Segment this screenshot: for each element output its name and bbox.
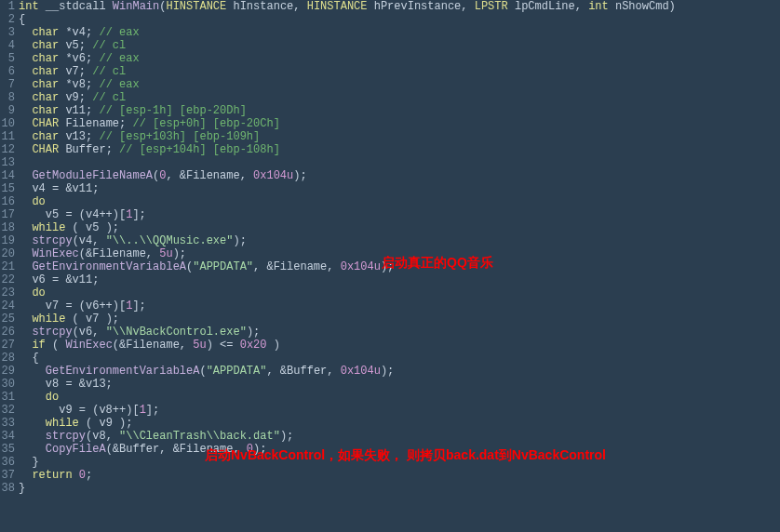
line-number: 30 bbox=[0, 378, 15, 391]
line-number: 12 bbox=[0, 143, 15, 156]
code-line: if ( WinExec(&Filename, 5u) <= 0x20 ) bbox=[19, 339, 780, 352]
line-number: 2 bbox=[0, 13, 15, 26]
code-line: do bbox=[19, 286, 780, 299]
code-line: strcpy(v8, "\\CleanTrash\\back.dat"); bbox=[19, 430, 780, 443]
line-number: 4 bbox=[0, 39, 15, 52]
line-number: 15 bbox=[0, 182, 15, 195]
code-line: GetEnvironmentVariableA("APPDATA", &Buff… bbox=[19, 365, 780, 378]
code-line: char *v4; // eax bbox=[19, 26, 780, 39]
line-number: 27 bbox=[0, 339, 15, 352]
line-number: 11 bbox=[0, 130, 15, 143]
code-line: CHAR Filename; // [esp+0h] [ebp-20Ch] bbox=[19, 117, 780, 130]
line-number: 5 bbox=[0, 52, 15, 65]
code-line: return 0; bbox=[19, 469, 780, 482]
line-number: 14 bbox=[0, 169, 15, 182]
line-number: 6 bbox=[0, 65, 15, 78]
line-number: 37 bbox=[0, 469, 15, 482]
line-number: 17 bbox=[0, 208, 15, 221]
line-number: 25 bbox=[0, 313, 15, 326]
line-number: 34 bbox=[0, 430, 15, 443]
line-number: 36 bbox=[0, 456, 15, 469]
code-line: char *v8; // eax bbox=[19, 78, 780, 91]
line-number: 21 bbox=[0, 260, 15, 273]
code-line: while ( v5 ); bbox=[19, 221, 780, 234]
code-line: } bbox=[19, 482, 780, 495]
code-line: { bbox=[19, 352, 780, 365]
code-line: char v11; // [esp-1h] [ebp-20Dh] bbox=[19, 104, 780, 117]
code-line: char v5; // cl bbox=[19, 39, 780, 52]
line-number: 32 bbox=[0, 404, 15, 417]
code-content[interactable]: int __stdcall WinMain(HINSTANCE hInstanc… bbox=[19, 0, 780, 495]
code-line: v6 = &v11; bbox=[19, 273, 780, 286]
annotation-0: 启动真正的QQ音乐 bbox=[382, 256, 493, 269]
line-number: 38 bbox=[0, 482, 15, 495]
line-number: 23 bbox=[0, 286, 15, 299]
line-number: 28 bbox=[0, 352, 15, 365]
code-line: char v9; // cl bbox=[19, 91, 780, 104]
code-line: while ( v7 ); bbox=[19, 313, 780, 326]
code-line: do bbox=[19, 195, 780, 208]
line-number: 33 bbox=[0, 417, 15, 430]
code-line: CHAR Buffer; // [esp+104h] [ebp-108h] bbox=[19, 143, 780, 156]
line-number: 8 bbox=[0, 91, 15, 104]
code-line: GetModuleFileNameA(0, &Filename, 0x104u)… bbox=[19, 169, 780, 182]
code-line: { bbox=[19, 13, 780, 26]
annotation-1: 启动NvBackControl，如果失败， 则拷贝back.dat到NvBack… bbox=[205, 448, 606, 461]
line-number: 20 bbox=[0, 247, 15, 260]
line-number: 1 bbox=[0, 0, 15, 13]
line-number: 24 bbox=[0, 299, 15, 313]
line-number: 9 bbox=[0, 104, 15, 117]
line-number: 35 bbox=[0, 443, 15, 456]
line-number: 13 bbox=[0, 156, 15, 169]
line-number-gutter: 1234567891011121314151617181920212223242… bbox=[0, 0, 19, 495]
code-line: while ( v9 ); bbox=[19, 417, 780, 430]
code-line: do bbox=[19, 391, 780, 404]
code-line: int __stdcall WinMain(HINSTANCE hInstanc… bbox=[19, 0, 780, 13]
line-number: 31 bbox=[0, 391, 15, 404]
code-line: v8 = &v13; bbox=[19, 378, 780, 391]
line-number: 3 bbox=[0, 26, 15, 39]
line-number: 7 bbox=[0, 78, 15, 91]
line-number: 26 bbox=[0, 326, 15, 339]
line-number: 29 bbox=[0, 365, 15, 378]
line-number: 22 bbox=[0, 273, 15, 286]
code-line: v9 = (v8++)[1]; bbox=[19, 404, 780, 417]
code-line: v5 = (v4++)[1]; bbox=[19, 208, 780, 221]
code-line: strcpy(v4, "\\..\\QQMusic.exe"); bbox=[19, 234, 780, 247]
code-line bbox=[19, 156, 780, 169]
line-number: 18 bbox=[0, 221, 15, 234]
line-number: 19 bbox=[0, 234, 15, 247]
code-line: char *v6; // eax bbox=[19, 52, 780, 65]
code-editor: 1234567891011121314151617181920212223242… bbox=[0, 0, 780, 495]
code-line: char v13; // [esp+103h] [ebp-109h] bbox=[19, 130, 780, 143]
code-line: char v7; // cl bbox=[19, 65, 780, 78]
code-line: strcpy(v6, "\\NvBackControl.exe"); bbox=[19, 326, 780, 339]
line-number: 10 bbox=[0, 117, 15, 130]
code-line: v4 = &v11; bbox=[19, 182, 780, 195]
line-number: 16 bbox=[0, 195, 15, 208]
code-line: v7 = (v6++)[1]; bbox=[19, 299, 780, 313]
